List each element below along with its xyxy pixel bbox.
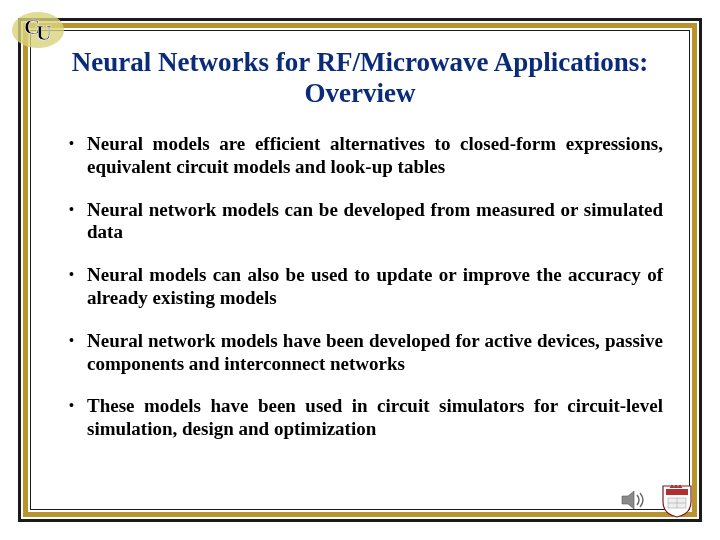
bullet-text: Neural network models have been develope…: [87, 330, 663, 376]
svg-text:U: U: [36, 20, 52, 45]
crest-logo-icon: [660, 482, 694, 518]
bullet-dot-icon: •: [69, 264, 87, 310]
bullet-text: Neural models are efficient alternatives…: [87, 133, 663, 179]
list-item: • Neural network models can be developed…: [69, 199, 663, 245]
list-item: • Neural models are efficient alternativ…: [69, 133, 663, 179]
bullet-dot-icon: •: [69, 199, 87, 245]
slide-title: Neural Networks for RF/Microwave Applica…: [51, 47, 669, 109]
bullet-dot-icon: •: [69, 395, 87, 441]
bullet-text: Neural network models can be developed f…: [87, 199, 663, 245]
list-item: • These models have been used in circuit…: [69, 395, 663, 441]
svg-rect-4: [666, 489, 688, 495]
bullet-text: These models have been used in circuit s…: [87, 395, 663, 441]
bullet-dot-icon: •: [69, 133, 87, 179]
bullet-list: • Neural models are efficient alternativ…: [51, 133, 669, 441]
slide-frame-gold: Neural Networks for RF/Microwave Applica…: [23, 23, 697, 517]
slide-frame: Neural Networks for RF/Microwave Applica…: [18, 18, 702, 522]
list-item: • Neural models can also be used to upda…: [69, 264, 663, 310]
svg-marker-3: [622, 491, 634, 509]
bullet-text: Neural models can also be used to update…: [87, 264, 663, 310]
slide-content: Neural Networks for RF/Microwave Applica…: [51, 43, 669, 497]
list-item: • Neural network models have been develo…: [69, 330, 663, 376]
speaker-icon[interactable]: [620, 488, 648, 512]
bullet-dot-icon: •: [69, 330, 87, 376]
slide-frame-inner: Neural Networks for RF/Microwave Applica…: [30, 30, 690, 510]
cu-logo-icon: C U: [10, 6, 66, 52]
